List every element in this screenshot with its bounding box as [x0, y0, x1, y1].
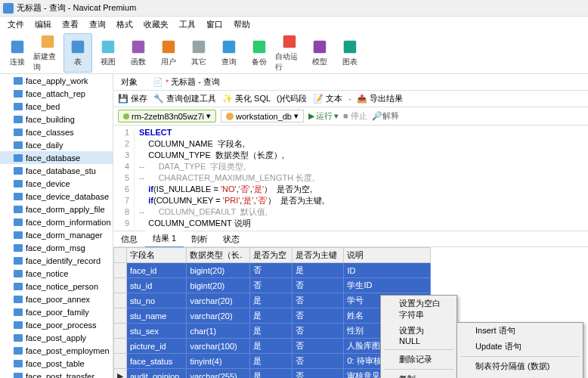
cell[interactable]: stu_name: [127, 308, 187, 324]
cell[interactable]: tinyint(4): [187, 354, 249, 369]
query-button[interactable]: 查询: [215, 33, 243, 73]
backup-button[interactable]: 备份: [245, 33, 274, 73]
menu-帮助[interactable]: 帮助: [229, 17, 255, 32]
sql-editor[interactable]: 123456789 SELECT COLUMN_NAME 字段名, COLUMN…: [113, 125, 588, 231]
menu-编辑[interactable]: 编辑: [30, 17, 56, 32]
cell[interactable]: stu_no: [127, 293, 187, 308]
tree-item-face_post_apply[interactable]: face_post_apply: [0, 331, 113, 344]
table-button[interactable]: 表: [63, 33, 92, 73]
beautify-button[interactable]: ✨美化 SQL: [222, 93, 271, 104]
function-button[interactable]: 函数: [124, 33, 153, 73]
menu-收藏夹[interactable]: 收藏夹: [139, 17, 173, 32]
connect-button[interactable]: 连接: [3, 33, 32, 73]
cell[interactable]: 是: [292, 263, 344, 278]
cell[interactable]: 是: [249, 308, 292, 324]
tree-item-face_apply_work[interactable]: face_apply_work: [0, 74, 113, 87]
cell[interactable]: char(1): [187, 324, 249, 339]
user-button[interactable]: 用户: [154, 33, 183, 73]
cell[interactable]: 否: [292, 293, 344, 308]
stop-button[interactable]: ■ 停止: [343, 110, 367, 122]
tree-item-face_attach_rep[interactable]: face_attach_rep: [0, 87, 113, 100]
tree-item-face_post_transfer[interactable]: face_post_transfer: [0, 370, 113, 378]
tree-item-face_dorm_msg[interactable]: face_dorm_msg: [0, 241, 113, 254]
tree-item-face_dorm_information[interactable]: face_dorm_information: [0, 215, 113, 228]
auto-button[interactable]: 自动运行: [275, 33, 304, 73]
cell[interactable]: 否: [292, 278, 344, 293]
db-select[interactable]: workstation_db▾: [221, 110, 304, 122]
cell[interactable]: 是: [249, 339, 292, 354]
cell[interactable]: 学生ID: [344, 278, 431, 293]
menu-item[interactable]: 设置为空白字符串: [381, 296, 456, 323]
cell[interactable]: varchar(255): [187, 369, 249, 379]
cell[interactable]: 是: [249, 293, 292, 308]
tree-item-face_bed[interactable]: face_bed: [0, 100, 113, 113]
server-select[interactable]: rm-2zetn83n05wz7i▾: [118, 110, 216, 122]
row-pointer[interactable]: [114, 354, 127, 369]
menu-item[interactable]: 制表符分隔值 (字段名): [457, 374, 583, 378]
menu-查询[interactable]: 查询: [85, 17, 110, 32]
cell[interactable]: audit_opinion: [127, 369, 187, 379]
row-pointer[interactable]: [114, 339, 127, 354]
cell[interactable]: 是: [249, 354, 292, 369]
tab-info[interactable]: 信息: [113, 231, 145, 247]
cell[interactable]: 否: [292, 354, 344, 369]
tree-item-face_poor_family[interactable]: face_poor_family: [0, 305, 113, 318]
col-header[interactable]: 是否为主键: [292, 248, 344, 263]
cell[interactable]: ID: [344, 263, 431, 278]
tree-item-face_post_table[interactable]: face_post_table: [0, 357, 113, 370]
export-button[interactable]: 📤导出结果: [357, 93, 403, 104]
explain-button[interactable]: 🔎解释: [372, 110, 399, 122]
cell[interactable]: 否: [249, 263, 292, 278]
other-button[interactable]: 其它: [184, 33, 213, 73]
tree-item-face_poor_annex[interactable]: face_poor_annex: [0, 293, 113, 305]
tree-item-face_poor_process[interactable]: face_poor_process: [0, 318, 113, 331]
save-button[interactable]: 💾保存: [118, 93, 147, 104]
cell[interactable]: varchar(100): [187, 339, 249, 354]
cell[interactable]: 否: [292, 369, 344, 379]
tree-item-face_dorm_manager[interactable]: face_dorm_manager: [0, 228, 113, 241]
context-submenu[interactable]: Insert 语句Update 语句制表符分隔值 (数据)制表符分隔值 (字段名…: [456, 322, 583, 378]
menu-窗口[interactable]: 窗口: [202, 17, 227, 32]
tree-item-face_device[interactable]: face_device: [0, 177, 113, 190]
row-pointer[interactable]: ▶: [114, 369, 127, 379]
col-header[interactable]: 数据类型（长.: [187, 248, 249, 263]
tree-item-face_device_database[interactable]: face_device_database: [0, 190, 113, 203]
col-header[interactable]: 说明: [344, 248, 431, 263]
row-pointer[interactable]: [114, 324, 127, 339]
tree-item-face_identify_record[interactable]: face_identify_record: [0, 254, 113, 267]
run-button[interactable]: ▶ 运行 ▾: [308, 110, 339, 122]
tab-query[interactable]: 📄 * 无标题 - 查询: [148, 75, 224, 89]
menu-item[interactable]: 设置为 NULL: [381, 323, 456, 348]
cell[interactable]: 是: [249, 324, 292, 339]
tab-objects[interactable]: 对象: [116, 75, 142, 89]
cell[interactable]: 否: [292, 324, 344, 339]
tree-item-face_database_stu[interactable]: face_database_stu: [0, 164, 113, 177]
tab-status[interactable]: 状态: [215, 231, 247, 247]
text-mode[interactable]: 📝文本: [313, 93, 342, 104]
tree-item-face_daily[interactable]: face_daily: [0, 138, 113, 151]
view-button[interactable]: 视图: [94, 33, 122, 73]
menu-item[interactable]: 复制: [381, 371, 456, 378]
tree-item-face_notice_person[interactable]: face_notice_person: [0, 280, 113, 293]
cell[interactable]: 是: [249, 369, 292, 379]
context-menu[interactable]: 设置为空白字符串设置为 NULL删除记录复制复制为▶粘贴显示▶: [380, 295, 457, 378]
menu-item[interactable]: 删除记录: [381, 352, 456, 367]
tree-item-face_classes[interactable]: face_classes: [0, 125, 113, 138]
cell[interactable]: face_id: [127, 263, 187, 278]
cell[interactable]: stu_id: [127, 278, 187, 293]
code-snippet[interactable]: ()代码段: [277, 93, 307, 104]
cell[interactable]: varchar(20): [187, 308, 249, 324]
col-header[interactable]: 是否为空: [249, 248, 292, 263]
col-header[interactable]: 字段名: [127, 248, 187, 263]
row-pointer[interactable]: [114, 308, 127, 324]
menu-item[interactable]: Insert 语句: [457, 323, 583, 339]
row-pointer[interactable]: [114, 278, 127, 293]
row-pointer[interactable]: [114, 293, 127, 308]
row-pointer[interactable]: [114, 263, 127, 278]
cell[interactable]: face_status: [127, 354, 187, 369]
menu-item[interactable]: 制表符分隔值 (数据): [457, 358, 583, 374]
new-query-button[interactable]: 新建查询: [33, 33, 62, 73]
cell[interactable]: stu_sex: [127, 324, 187, 339]
tree-item-face_dorm_apply_file[interactable]: face_dorm_apply_file: [0, 203, 113, 215]
model-button[interactable]: 模型: [305, 33, 334, 73]
